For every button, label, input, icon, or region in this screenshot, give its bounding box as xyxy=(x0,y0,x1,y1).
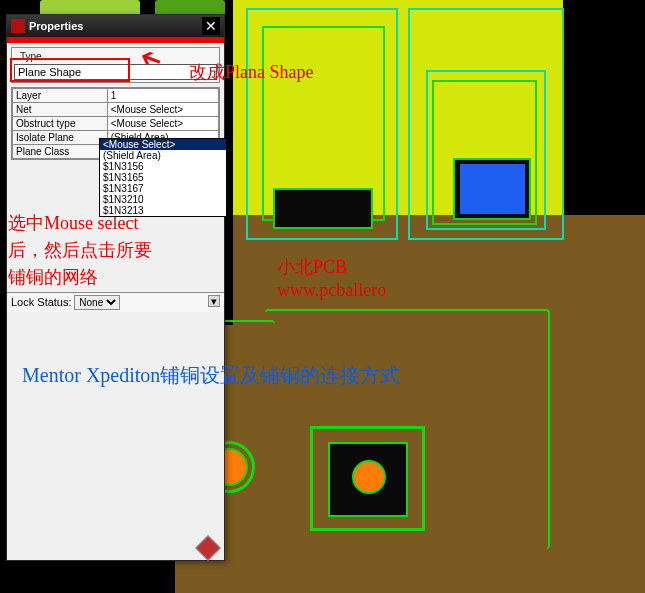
dropdown-item[interactable]: $1N3165 xyxy=(100,172,226,183)
titlebar[interactable]: Properties ✕ xyxy=(7,15,224,37)
cell-label: Obstruct type xyxy=(13,117,108,131)
top-tab-2[interactable] xyxy=(155,0,225,14)
dropdown-item[interactable]: $1N3213 xyxy=(100,205,226,216)
top-tab-1[interactable] xyxy=(40,0,140,14)
dropdown-item[interactable]: $1N3167 xyxy=(100,183,226,194)
lock-status-row: Lock Status: None ▾ xyxy=(7,292,224,312)
pad-1[interactable] xyxy=(273,188,373,229)
row-layer: Layer1 xyxy=(13,89,219,103)
watermark-2: www.pcballero xyxy=(277,280,386,301)
collapse-button[interactable]: ▾ xyxy=(208,295,220,307)
cell-value[interactable]: <Mouse Select> xyxy=(107,117,218,131)
dropdown-item[interactable]: $1N3210 xyxy=(100,194,226,205)
cell-label: Net xyxy=(13,103,108,117)
via-1[interactable] xyxy=(352,460,386,494)
anno-change-type: 改成Plana Shape xyxy=(189,60,313,84)
cell-label: Isolate Plane xyxy=(13,131,108,145)
cell-value[interactable]: <Mouse Select> xyxy=(107,103,218,117)
app-icon xyxy=(11,19,25,33)
watermark-1: 小北PCB xyxy=(277,255,347,279)
pad-2-fill xyxy=(460,164,525,214)
lock-label: Lock Status: xyxy=(11,296,72,308)
row-obstruct: Obstruct type<Mouse Select> xyxy=(13,117,219,131)
anno-title: Mentor Xpediton铺铜设置及铺铜的连接方式 xyxy=(22,359,612,391)
dropdown-item[interactable]: <Mouse Select> xyxy=(100,139,226,150)
footer-app-icon[interactable] xyxy=(195,535,220,560)
cell-value[interactable]: 1 xyxy=(107,89,218,103)
cell-label: Layer xyxy=(13,89,108,103)
cell-label: Plane Class xyxy=(13,145,108,159)
anno-select-net-l3: 铺铜的网络 xyxy=(8,265,98,289)
row-net: Net<Mouse Select> xyxy=(13,103,219,117)
lock-select[interactable]: None xyxy=(74,295,120,310)
panel-tab-strip[interactable] xyxy=(7,37,224,43)
net-dropdown-list[interactable]: <Mouse Select> (Shield Area) $1N3156 $1N… xyxy=(99,138,227,217)
close-button[interactable]: ✕ xyxy=(202,17,220,35)
anno-box-type xyxy=(10,58,130,82)
dropdown-item[interactable]: (Shield Area) xyxy=(100,150,226,161)
window-title: Properties xyxy=(29,20,202,32)
anno-select-net-l2: 后，然后点击所要 xyxy=(8,238,152,262)
dropdown-item[interactable]: $1N3156 xyxy=(100,161,226,172)
